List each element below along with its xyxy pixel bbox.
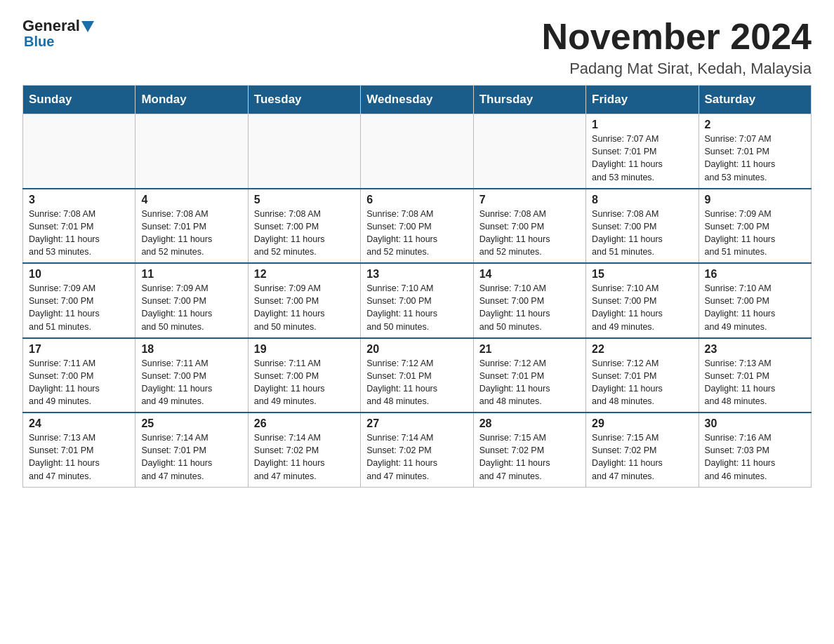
weekday-header-sunday: Sunday (23, 86, 135, 114)
calendar-cell: 8Sunrise: 7:08 AMSunset: 7:00 PMDaylight… (586, 189, 699, 264)
day-number: 11 (141, 268, 241, 281)
calendar-cell: 17Sunrise: 7:11 AMSunset: 7:00 PMDayligh… (23, 338, 135, 413)
day-info: Sunrise: 7:08 AMSunset: 7:00 PMDaylight:… (254, 208, 355, 259)
calendar-week-row: 17Sunrise: 7:11 AMSunset: 7:00 PMDayligh… (23, 338, 812, 413)
page-header: General Blue November 2024 Padang Mat Si… (22, 17, 812, 78)
calendar-week-row: 24Sunrise: 7:13 AMSunset: 7:01 PMDayligh… (23, 412, 812, 487)
day-info: Sunrise: 7:14 AMSunset: 7:02 PMDaylight:… (254, 431, 355, 483)
weekday-header-tuesday: Tuesday (248, 86, 360, 114)
day-number: 24 (29, 417, 129, 430)
day-number: 23 (705, 343, 805, 356)
calendar-cell: 24Sunrise: 7:13 AMSunset: 7:01 PMDayligh… (23, 412, 135, 487)
day-number: 5 (254, 194, 355, 206)
day-info: Sunrise: 7:10 AMSunset: 7:00 PMDaylight:… (592, 282, 692, 333)
day-number: 3 (29, 194, 129, 206)
day-info: Sunrise: 7:14 AMSunset: 7:01 PMDaylight:… (141, 431, 241, 483)
day-info: Sunrise: 7:11 AMSunset: 7:00 PMDaylight:… (254, 357, 355, 408)
calendar-cell: 12Sunrise: 7:09 AMSunset: 7:00 PMDayligh… (248, 263, 360, 338)
day-number: 16 (705, 268, 805, 281)
calendar-cell: 5Sunrise: 7:08 AMSunset: 7:00 PMDaylight… (248, 189, 360, 264)
day-info: Sunrise: 7:08 AMSunset: 7:00 PMDaylight:… (479, 208, 580, 259)
calendar-week-row: 3Sunrise: 7:08 AMSunset: 7:01 PMDaylight… (23, 189, 812, 264)
calendar-cell: 4Sunrise: 7:08 AMSunset: 7:01 PMDaylight… (135, 189, 248, 264)
calendar-cell: 29Sunrise: 7:15 AMSunset: 7:02 PMDayligh… (586, 412, 699, 487)
calendar-cell: 28Sunrise: 7:15 AMSunset: 7:02 PMDayligh… (473, 412, 585, 487)
calendar-header-row: SundayMondayTuesdayWednesdayThursdayFrid… (23, 86, 812, 114)
day-number: 18 (141, 343, 241, 356)
day-number: 20 (366, 343, 467, 356)
calendar-cell: 16Sunrise: 7:10 AMSunset: 7:00 PMDayligh… (699, 263, 811, 338)
day-info: Sunrise: 7:08 AMSunset: 7:00 PMDaylight:… (592, 208, 692, 259)
day-info: Sunrise: 7:14 AMSunset: 7:02 PMDaylight:… (366, 431, 467, 483)
day-number: 8 (592, 194, 692, 206)
day-info: Sunrise: 7:13 AMSunset: 7:01 PMDaylight:… (705, 357, 805, 408)
calendar-cell: 23Sunrise: 7:13 AMSunset: 7:01 PMDayligh… (699, 338, 811, 413)
calendar-cell: 2Sunrise: 7:07 AMSunset: 7:01 PMDaylight… (699, 114, 811, 189)
calendar-cell: 18Sunrise: 7:11 AMSunset: 7:00 PMDayligh… (135, 338, 248, 413)
day-info: Sunrise: 7:08 AMSunset: 7:01 PMDaylight:… (141, 208, 241, 259)
weekday-header-saturday: Saturday (699, 86, 811, 114)
day-info: Sunrise: 7:07 AMSunset: 7:01 PMDaylight:… (592, 133, 692, 184)
logo-triangle-icon (81, 21, 94, 32)
calendar-week-row: 1Sunrise: 7:07 AMSunset: 7:01 PMDaylight… (23, 114, 812, 189)
calendar-cell: 25Sunrise: 7:14 AMSunset: 7:01 PMDayligh… (135, 412, 248, 487)
calendar-cell: 19Sunrise: 7:11 AMSunset: 7:00 PMDayligh… (248, 338, 360, 413)
calendar-cell (473, 114, 585, 189)
main-title: November 2024 (542, 17, 812, 57)
day-number: 19 (254, 343, 355, 356)
logo-blue: Blue (24, 34, 54, 50)
logo: General Blue (22, 17, 94, 50)
calendar-cell: 30Sunrise: 7:16 AMSunset: 7:03 PMDayligh… (699, 412, 811, 487)
calendar-cell: 1Sunrise: 7:07 AMSunset: 7:01 PMDaylight… (586, 114, 699, 189)
day-number: 30 (705, 417, 805, 430)
calendar-cell: 14Sunrise: 7:10 AMSunset: 7:00 PMDayligh… (473, 263, 585, 338)
day-number: 1 (592, 119, 692, 131)
calendar-cell (135, 114, 248, 189)
title-block: November 2024 Padang Mat Sirat, Kedah, M… (542, 17, 812, 78)
day-number: 10 (29, 268, 129, 281)
calendar-cell: 22Sunrise: 7:12 AMSunset: 7:01 PMDayligh… (586, 338, 699, 413)
calendar-cell (361, 114, 473, 189)
day-info: Sunrise: 7:10 AMSunset: 7:00 PMDaylight:… (705, 282, 805, 333)
sub-title: Padang Mat Sirat, Kedah, Malaysia (542, 60, 812, 78)
day-number: 13 (366, 268, 467, 281)
day-info: Sunrise: 7:13 AMSunset: 7:01 PMDaylight:… (29, 431, 129, 483)
calendar-cell: 15Sunrise: 7:10 AMSunset: 7:00 PMDayligh… (586, 263, 699, 338)
calendar-cell: 26Sunrise: 7:14 AMSunset: 7:02 PMDayligh… (248, 412, 360, 487)
calendar-cell: 3Sunrise: 7:08 AMSunset: 7:01 PMDaylight… (23, 189, 135, 264)
calendar-cell: 11Sunrise: 7:09 AMSunset: 7:00 PMDayligh… (135, 263, 248, 338)
day-number: 22 (592, 343, 692, 356)
weekday-header-thursday: Thursday (473, 86, 585, 114)
day-info: Sunrise: 7:10 AMSunset: 7:00 PMDaylight:… (366, 282, 467, 333)
day-number: 29 (592, 417, 692, 430)
day-info: Sunrise: 7:15 AMSunset: 7:02 PMDaylight:… (592, 431, 692, 483)
day-number: 9 (705, 194, 805, 206)
calendar-week-row: 10Sunrise: 7:09 AMSunset: 7:00 PMDayligh… (23, 263, 812, 338)
day-info: Sunrise: 7:09 AMSunset: 7:00 PMDaylight:… (705, 208, 805, 259)
calendar-cell: 7Sunrise: 7:08 AMSunset: 7:00 PMDaylight… (473, 189, 585, 264)
calendar-cell: 9Sunrise: 7:09 AMSunset: 7:00 PMDaylight… (699, 189, 811, 264)
logo-general: General (22, 17, 80, 35)
day-number: 12 (254, 268, 355, 281)
weekday-header-monday: Monday (135, 86, 248, 114)
calendar-cell: 27Sunrise: 7:14 AMSunset: 7:02 PMDayligh… (361, 412, 473, 487)
calendar-cell: 13Sunrise: 7:10 AMSunset: 7:00 PMDayligh… (361, 263, 473, 338)
calendar-cell: 21Sunrise: 7:12 AMSunset: 7:01 PMDayligh… (473, 338, 585, 413)
day-number: 15 (592, 268, 692, 281)
day-info: Sunrise: 7:12 AMSunset: 7:01 PMDaylight:… (366, 357, 467, 408)
day-info: Sunrise: 7:11 AMSunset: 7:00 PMDaylight:… (29, 357, 129, 408)
day-number: 25 (141, 417, 241, 430)
calendar-cell (23, 114, 135, 189)
day-info: Sunrise: 7:07 AMSunset: 7:01 PMDaylight:… (705, 133, 805, 184)
weekday-header-wednesday: Wednesday (361, 86, 473, 114)
day-info: Sunrise: 7:08 AMSunset: 7:00 PMDaylight:… (366, 208, 467, 259)
calendar-cell: 20Sunrise: 7:12 AMSunset: 7:01 PMDayligh… (361, 338, 473, 413)
day-info: Sunrise: 7:12 AMSunset: 7:01 PMDaylight:… (479, 357, 580, 408)
day-info: Sunrise: 7:11 AMSunset: 7:00 PMDaylight:… (141, 357, 241, 408)
calendar-cell: 6Sunrise: 7:08 AMSunset: 7:00 PMDaylight… (361, 189, 473, 264)
day-number: 17 (29, 343, 129, 356)
day-number: 27 (366, 417, 467, 430)
calendar-cell (248, 114, 360, 189)
day-info: Sunrise: 7:08 AMSunset: 7:01 PMDaylight:… (29, 208, 129, 259)
weekday-header-friday: Friday (586, 86, 699, 114)
